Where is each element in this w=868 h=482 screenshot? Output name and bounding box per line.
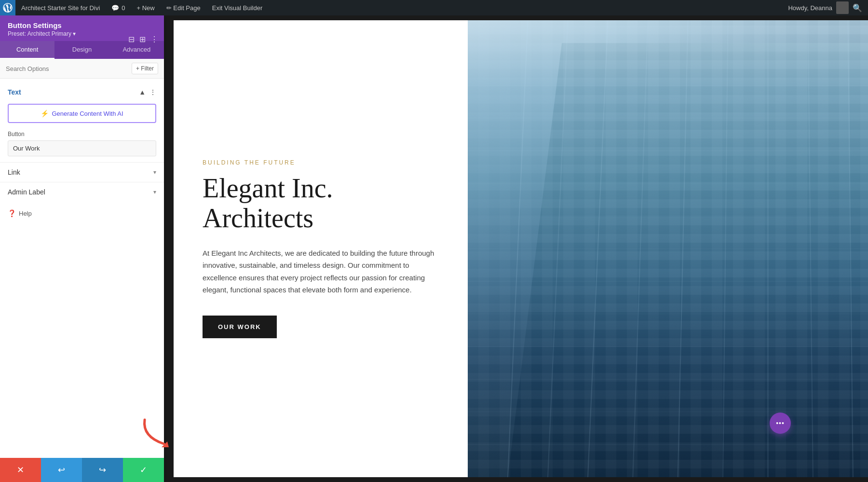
content-card: BUILDING THE FUTURE Elegant Inc. Archite… [174,20,468,477]
panel-header: Button Settings Preset: Architect Primar… [0,15,164,41]
search-input[interactable] [6,65,132,72]
panel-search: + Filter [0,59,164,79]
admin-bar-left: Architect Starter Site for Divi 💬 0 + Ne… [0,0,268,15]
page-preview: BUILDING THE FUTURE Elegant Inc. Archite… [164,15,868,482]
button-field-group: Button [0,127,164,162]
eyebrow-text: BUILDING THE FUTURE [203,159,439,166]
tab-content[interactable]: Content [0,41,54,59]
our-work-button[interactable]: OUR WORK [203,316,277,338]
floating-menu-button[interactable]: ••• [770,413,791,434]
admin-search-icon[interactable]: 🔍 [853,3,862,13]
section-more-icon[interactable]: ⋮ [149,88,156,96]
settings-panel: Button Settings Preset: Architect Primar… [0,15,164,482]
admin-label-chevron-icon: ▾ [153,189,156,195]
admin-label-section-label: Admin Label [8,188,45,196]
user-greeting: Howdy, Deanna [788,4,832,12]
user-avatar [836,1,849,14]
site-name[interactable]: Architect Starter Site for Divi [15,0,106,15]
bottom-bar: ✕ ↩ ↪ ✓ [0,458,164,482]
button-field-label: Button [8,131,156,138]
layout-icon[interactable]: ⊞ [139,35,146,44]
text-section: Text ▲ ⋮ ⚡ Generate Content With AI [0,84,164,123]
panel-title: Button Settings [8,21,156,29]
admin-bar-right: Howdy, Deanna 🔍 [788,1,868,14]
close-button[interactable]: ✕ [0,458,41,482]
button-text-input[interactable] [8,140,156,156]
text-section-header[interactable]: Text ▲ ⋮ [0,84,164,100]
text-section-icons: ▲ ⋮ [139,88,156,96]
exit-visual-builder-link[interactable]: Exit Visual Builder [206,0,269,15]
hero-title: Elegant Inc. Architects [203,174,439,233]
save-button[interactable]: ✓ [123,458,164,482]
filter-button[interactable]: + Filter [132,63,158,74]
redo-button[interactable]: ↪ [82,458,123,482]
edit-page-link[interactable]: ✏ Edit Page [161,0,206,15]
comments-link[interactable]: 💬 0 [106,0,131,15]
admin-label-section[interactable]: Admin Label ▾ [0,182,164,202]
monitor-icon[interactable]: ⊟ [128,35,135,44]
link-section[interactable]: Link ▾ [0,162,164,182]
panel-content: Text ▲ ⋮ ⚡ Generate Content With AI Butt… [0,79,164,482]
more-options-icon[interactable]: ⋮ [150,35,158,44]
tab-design[interactable]: Design [54,41,109,59]
wordpress-logo[interactable] [0,0,15,15]
text-section-title: Text [8,88,21,96]
new-content-link[interactable]: + New [131,0,161,15]
link-section-label: Link [8,168,20,176]
main-area: BUILDING THE FUTURE Elegant Inc. Archite… [164,15,868,482]
ai-icon: ⚡ [41,110,49,117]
hero-body: At Elegant Inc Architects, we are dedica… [203,247,439,296]
admin-bar: Architect Starter Site for Divi 💬 0 + Ne… [0,0,868,15]
dots-icon: ••• [776,419,785,427]
link-chevron-icon: ▾ [153,169,156,176]
panel-header-icons: ⊟ ⊞ ⋮ [128,35,158,44]
comment-icon: 💬 [111,4,119,12]
building-image [468,20,868,477]
help-section[interactable]: ❓ Help [0,202,164,225]
collapse-icon[interactable]: ▲ [139,88,146,96]
help-icon: ❓ [8,209,16,217]
undo-button[interactable]: ↩ [41,458,82,482]
generate-ai-button[interactable]: ⚡ Generate Content With AI [8,104,156,123]
